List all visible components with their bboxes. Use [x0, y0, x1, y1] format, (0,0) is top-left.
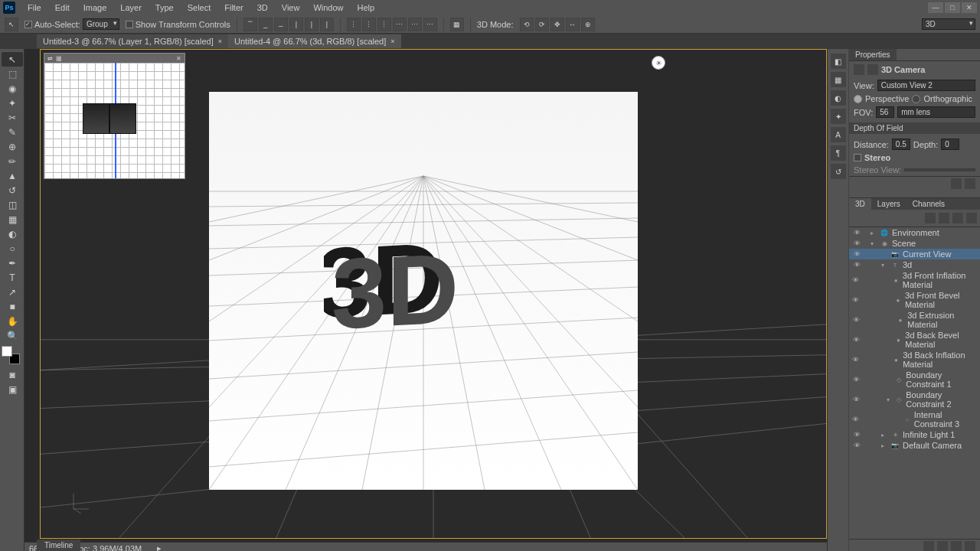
view-dropdown[interactable]: Custom View 2 [877, 80, 975, 91]
perspective-radio[interactable] [854, 95, 862, 103]
menu-file[interactable]: File [21, 2, 47, 14]
maximize-button[interactable]: □ [945, 2, 960, 13]
menu-help[interactable]: Help [351, 2, 381, 14]
document-tab[interactable]: Untitled-4 @ 66.7% (3d, RGB/8) [scaled] … [228, 34, 401, 48]
gradient-tool[interactable]: ▦ [2, 212, 23, 227]
zoom-tool[interactable]: 🔍 [2, 328, 23, 343]
fov-unit-dropdown[interactable]: mm lens [897, 106, 975, 118]
distance-input[interactable]: 0.5 [892, 139, 910, 150]
scene-tree[interactable]: 👁▸🌐Environment👁▾◉Scene👁📷Current View👁▾T3… [849, 227, 980, 539]
visibility-icon[interactable]: 👁 [852, 416, 860, 423]
new-icon[interactable] [951, 541, 962, 551]
slide-icon[interactable]: ↔ [566, 18, 580, 31]
align-bottom-icon[interactable]: ⎽ [274, 18, 288, 31]
tree-row[interactable]: 👁●3d Extrusion Material [849, 310, 980, 330]
menu-select[interactable]: Select [181, 2, 217, 14]
pan-icon[interactable]: ✥ [550, 18, 564, 31]
zoom-icon[interactable]: ⊕ [581, 18, 595, 31]
swatches-panel-icon[interactable]: ▦ [831, 72, 846, 87]
distribute-icon[interactable]: ⋮ [347, 18, 361, 31]
distribute-icon[interactable]: ⋯ [423, 18, 437, 31]
tree-row[interactable]: 👁▾T3d [849, 259, 980, 270]
trash-icon[interactable] [965, 541, 975, 551]
visibility-icon[interactable]: 👁 [852, 316, 861, 324]
expand-icon[interactable]: ▸ [878, 441, 887, 450]
visibility-icon[interactable]: 👁 [852, 240, 861, 247]
render-icon[interactable] [951, 178, 962, 189]
visibility-icon[interactable]: 👁 [852, 261, 861, 269]
heal-tool[interactable]: ⊕ [2, 139, 23, 154]
distribute-icon[interactable]: ⋮ [362, 18, 376, 31]
expand-icon[interactable]: ▸ [867, 228, 877, 237]
tree-row[interactable]: 👁●3d Back Inflation Material [849, 350, 980, 370]
minimize-button[interactable]: — [928, 2, 943, 13]
expand-icon[interactable] [882, 276, 889, 285]
visibility-icon[interactable]: 👁 [852, 250, 861, 258]
filter-scene-icon[interactable] [925, 213, 936, 223]
styles-panel-icon[interactable]: ✦ [831, 109, 846, 124]
shape-tool[interactable]: ■ [2, 299, 23, 314]
distribute-icon[interactable]: ⋮ [377, 18, 391, 31]
path-tool[interactable]: ↗ [2, 285, 23, 299]
menu-type[interactable]: Type [149, 2, 180, 14]
document-tab[interactable]: Untitled-3 @ 66.7% (Layer 1, RGB/8) [sca… [37, 34, 228, 48]
visibility-icon[interactable]: 👁 [852, 336, 860, 344]
align-right-icon[interactable]: | [320, 18, 334, 31]
tree-row[interactable]: 👁●3d Back Bevel Material [849, 330, 980, 350]
properties-tab[interactable]: Properties [849, 49, 897, 60]
brush-tool[interactable]: ✏ [2, 154, 23, 168]
roll-icon[interactable]: ⟳ [535, 18, 549, 31]
paragraph-panel-icon[interactable]: ¶ [831, 145, 846, 161]
eraser-tool[interactable]: ◫ [2, 197, 23, 212]
channels-tab[interactable]: Channels [906, 198, 951, 210]
swap-view-icon[interactable]: ⇄ [47, 55, 53, 62]
color-swatches[interactable] [2, 346, 20, 364]
menu-window[interactable]: Window [307, 2, 349, 14]
close-secondary-icon[interactable]: ✕ [176, 55, 181, 62]
visibility-icon[interactable]: 👁 [852, 276, 859, 284]
view-menu-icon[interactable]: ▦ [56, 55, 62, 62]
distribute-icon[interactable]: ⋯ [393, 18, 407, 31]
new-light-icon[interactable] [923, 541, 934, 551]
menu-image[interactable]: Image [77, 2, 113, 14]
visibility-icon[interactable]: 👁 [852, 396, 860, 403]
tree-row[interactable]: 👁○Internal Constraint 3 [849, 409, 980, 429]
crop-tool[interactable]: ✂ [2, 110, 23, 125]
stereo-checkbox[interactable] [854, 154, 861, 161]
tree-row[interactable]: 👁▸🌐Environment [849, 227, 980, 238]
tree-row[interactable]: 👁●3d Front Bevel Material [849, 290, 980, 310]
tree-row[interactable]: 👁▸☀Infinite Light 1 [849, 429, 980, 440]
menu-3d[interactable]: 3D [251, 2, 274, 14]
3d-text-object[interactable]: 3D 3D [324, 210, 519, 348]
expand-icon[interactable]: ▾ [878, 260, 887, 269]
adjustments-panel-icon[interactable]: ◐ [831, 90, 846, 106]
menu-layer[interactable]: Layer [114, 2, 148, 14]
pen-tool[interactable]: ✒ [2, 256, 23, 270]
move-tool-preset-icon[interactable]: ↖ [5, 18, 18, 31]
character-panel-icon[interactable]: A [831, 127, 846, 142]
visibility-icon[interactable]: 👁 [852, 356, 859, 364]
menu-filter[interactable]: Filter [218, 2, 249, 14]
visibility-icon[interactable]: 👁 [852, 376, 860, 383]
expand-icon[interactable] [882, 355, 889, 364]
auto-select-checkbox[interactable] [24, 21, 32, 28]
expand-icon[interactable] [885, 315, 893, 324]
dodge-tool[interactable]: ○ [2, 241, 23, 256]
orthographic-radio[interactable] [912, 95, 920, 103]
workspace-dropdown[interactable]: 3D [922, 18, 975, 30]
type-tool[interactable]: T [2, 270, 23, 285]
3d-viewport[interactable]: 3D 3D ☀ ⇄ ▦ ✕ [41, 50, 826, 538]
tab-close-icon[interactable]: × [390, 37, 394, 45]
history-panel-icon[interactable]: ↺ [831, 164, 846, 179]
visibility-icon[interactable]: 👁 [852, 442, 861, 449]
expand-icon[interactable] [878, 249, 887, 259]
visibility-icon[interactable]: 👁 [852, 229, 861, 236]
filter-material-icon[interactable] [952, 213, 963, 223]
timeline-tab[interactable]: Timeline [37, 540, 80, 551]
trash-icon[interactable] [965, 178, 975, 189]
expand-icon[interactable] [884, 335, 891, 344]
3d-tab[interactable]: 3D [849, 198, 871, 210]
tree-row[interactable]: 👁▸📷Default Camera [849, 440, 980, 451]
eyedropper-tool[interactable]: ✎ [2, 125, 23, 139]
hand-tool[interactable]: ✋ [2, 314, 23, 328]
